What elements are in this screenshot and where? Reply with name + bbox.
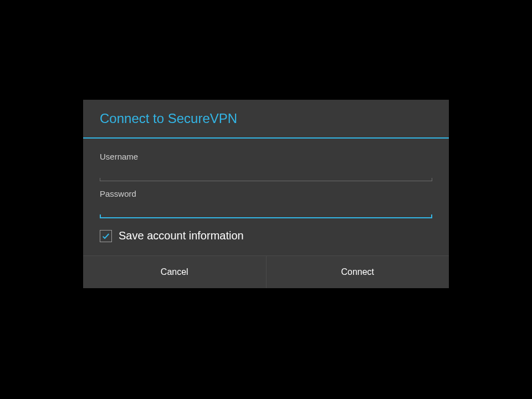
password-input[interactable] <box>100 202 432 217</box>
password-label: Password <box>100 189 432 198</box>
save-account-row[interactable]: Save account information <box>100 229 432 242</box>
dialog-content: Username Password Sa <box>83 139 449 255</box>
dialog-button-bar: Cancel Connect <box>83 255 449 288</box>
username-underline <box>100 179 432 183</box>
username-field-wrap <box>100 165 432 183</box>
save-account-checkbox[interactable] <box>100 230 112 242</box>
username-label: Username <box>100 152 432 161</box>
vpn-connect-dialog: Connect to SecureVPN Username Password <box>83 100 449 288</box>
check-icon <box>101 232 110 241</box>
dialog-title: Connect to SecureVPN <box>83 100 449 137</box>
username-input[interactable] <box>100 165 432 180</box>
password-underline <box>100 216 432 221</box>
password-field-wrap <box>100 202 432 221</box>
connect-button[interactable]: Connect <box>266 256 449 288</box>
screen-backdrop: Connect to SecureVPN Username Password <box>0 0 532 399</box>
cancel-button[interactable]: Cancel <box>83 256 266 288</box>
save-account-label: Save account information <box>119 229 244 242</box>
